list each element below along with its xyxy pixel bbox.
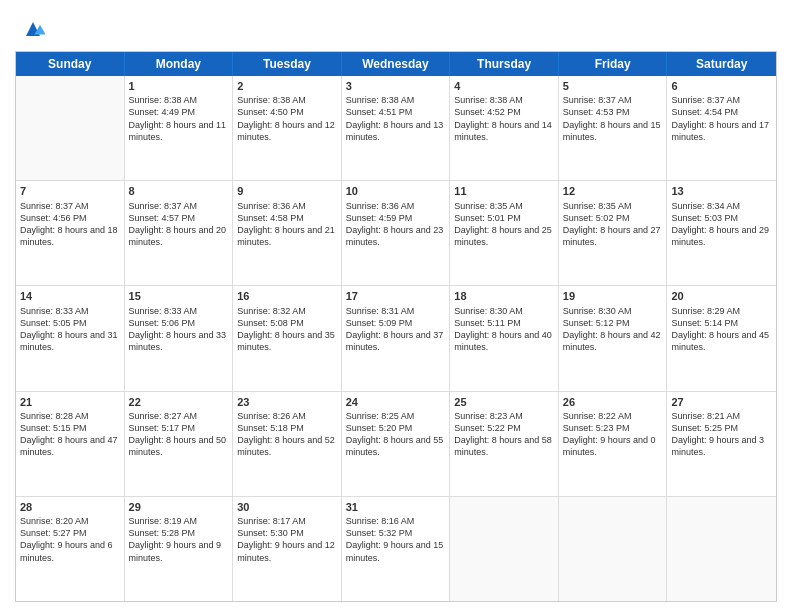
calendar-cell: 28 Sunrise: 8:20 AM Sunset: 5:27 PM Dayl…: [16, 497, 125, 601]
calendar-week-2: 7 Sunrise: 8:37 AM Sunset: 4:56 PM Dayli…: [16, 181, 776, 286]
sun-info: Sunrise: 8:36 AM Sunset: 4:59 PM Dayligh…: [346, 200, 446, 249]
day-number: 26: [563, 395, 663, 409]
calendar-cell: 7 Sunrise: 8:37 AM Sunset: 4:56 PM Dayli…: [16, 181, 125, 285]
day-number: 6: [671, 79, 772, 93]
calendar: Sunday Monday Tuesday Wednesday Thursday…: [15, 51, 777, 602]
calendar-body: 1 Sunrise: 8:38 AM Sunset: 4:49 PM Dayli…: [16, 76, 776, 601]
day-number: 28: [20, 500, 120, 514]
calendar-cell: 1 Sunrise: 8:38 AM Sunset: 4:49 PM Dayli…: [125, 76, 234, 180]
sun-info: Sunrise: 8:22 AM Sunset: 5:23 PM Dayligh…: [563, 410, 663, 459]
day-number: 17: [346, 289, 446, 303]
calendar-week-1: 1 Sunrise: 8:38 AM Sunset: 4:49 PM Dayli…: [16, 76, 776, 181]
calendar-cell: 26 Sunrise: 8:22 AM Sunset: 5:23 PM Dayl…: [559, 392, 668, 496]
page: Sunday Monday Tuesday Wednesday Thursday…: [0, 0, 792, 612]
calendar-cell: [16, 76, 125, 180]
calendar-cell: [450, 497, 559, 601]
day-number: 22: [129, 395, 229, 409]
sun-info: Sunrise: 8:30 AM Sunset: 5:12 PM Dayligh…: [563, 305, 663, 354]
sun-info: Sunrise: 8:28 AM Sunset: 5:15 PM Dayligh…: [20, 410, 120, 459]
sun-info: Sunrise: 8:38 AM Sunset: 4:52 PM Dayligh…: [454, 94, 554, 143]
day-number: 9: [237, 184, 337, 198]
sun-info: Sunrise: 8:37 AM Sunset: 4:56 PM Dayligh…: [20, 200, 120, 249]
sun-info: Sunrise: 8:36 AM Sunset: 4:58 PM Dayligh…: [237, 200, 337, 249]
col-friday: Friday: [559, 52, 668, 76]
day-number: 15: [129, 289, 229, 303]
day-number: 12: [563, 184, 663, 198]
calendar-cell: [667, 497, 776, 601]
calendar-cell: 17 Sunrise: 8:31 AM Sunset: 5:09 PM Dayl…: [342, 286, 451, 390]
day-number: 1: [129, 79, 229, 93]
calendar-cell: 10 Sunrise: 8:36 AM Sunset: 4:59 PM Dayl…: [342, 181, 451, 285]
day-number: 31: [346, 500, 446, 514]
col-thursday: Thursday: [450, 52, 559, 76]
day-number: 23: [237, 395, 337, 409]
calendar-cell: 29 Sunrise: 8:19 AM Sunset: 5:28 PM Dayl…: [125, 497, 234, 601]
logo: [15, 15, 47, 43]
sun-info: Sunrise: 8:26 AM Sunset: 5:18 PM Dayligh…: [237, 410, 337, 459]
calendar-week-4: 21 Sunrise: 8:28 AM Sunset: 5:15 PM Dayl…: [16, 392, 776, 497]
calendar-cell: 9 Sunrise: 8:36 AM Sunset: 4:58 PM Dayli…: [233, 181, 342, 285]
sun-info: Sunrise: 8:29 AM Sunset: 5:14 PM Dayligh…: [671, 305, 772, 354]
calendar-cell: 15 Sunrise: 8:33 AM Sunset: 5:06 PM Dayl…: [125, 286, 234, 390]
calendar-cell: 8 Sunrise: 8:37 AM Sunset: 4:57 PM Dayli…: [125, 181, 234, 285]
calendar-week-3: 14 Sunrise: 8:33 AM Sunset: 5:05 PM Dayl…: [16, 286, 776, 391]
calendar-cell: 18 Sunrise: 8:30 AM Sunset: 5:11 PM Dayl…: [450, 286, 559, 390]
day-number: 20: [671, 289, 772, 303]
sun-info: Sunrise: 8:35 AM Sunset: 5:02 PM Dayligh…: [563, 200, 663, 249]
calendar-cell: 6 Sunrise: 8:37 AM Sunset: 4:54 PM Dayli…: [667, 76, 776, 180]
calendar-cell: 19 Sunrise: 8:30 AM Sunset: 5:12 PM Dayl…: [559, 286, 668, 390]
calendar-cell: 2 Sunrise: 8:38 AM Sunset: 4:50 PM Dayli…: [233, 76, 342, 180]
day-number: 4: [454, 79, 554, 93]
calendar-cell: 25 Sunrise: 8:23 AM Sunset: 5:22 PM Dayl…: [450, 392, 559, 496]
header: [15, 10, 777, 43]
sun-info: Sunrise: 8:23 AM Sunset: 5:22 PM Dayligh…: [454, 410, 554, 459]
calendar-cell: 22 Sunrise: 8:27 AM Sunset: 5:17 PM Dayl…: [125, 392, 234, 496]
sun-info: Sunrise: 8:34 AM Sunset: 5:03 PM Dayligh…: [671, 200, 772, 249]
sun-info: Sunrise: 8:16 AM Sunset: 5:32 PM Dayligh…: [346, 515, 446, 564]
calendar-cell: 3 Sunrise: 8:38 AM Sunset: 4:51 PM Dayli…: [342, 76, 451, 180]
calendar-cell: 4 Sunrise: 8:38 AM Sunset: 4:52 PM Dayli…: [450, 76, 559, 180]
sun-info: Sunrise: 8:38 AM Sunset: 4:49 PM Dayligh…: [129, 94, 229, 143]
calendar-cell: 31 Sunrise: 8:16 AM Sunset: 5:32 PM Dayl…: [342, 497, 451, 601]
day-number: 11: [454, 184, 554, 198]
calendar-cell: 5 Sunrise: 8:37 AM Sunset: 4:53 PM Dayli…: [559, 76, 668, 180]
calendar-cell: 21 Sunrise: 8:28 AM Sunset: 5:15 PM Dayl…: [16, 392, 125, 496]
sun-info: Sunrise: 8:37 AM Sunset: 4:53 PM Dayligh…: [563, 94, 663, 143]
sun-info: Sunrise: 8:19 AM Sunset: 5:28 PM Dayligh…: [129, 515, 229, 564]
day-number: 30: [237, 500, 337, 514]
sun-info: Sunrise: 8:32 AM Sunset: 5:08 PM Dayligh…: [237, 305, 337, 354]
sun-info: Sunrise: 8:33 AM Sunset: 5:06 PM Dayligh…: [129, 305, 229, 354]
sun-info: Sunrise: 8:38 AM Sunset: 4:50 PM Dayligh…: [237, 94, 337, 143]
sun-info: Sunrise: 8:31 AM Sunset: 5:09 PM Dayligh…: [346, 305, 446, 354]
sun-info: Sunrise: 8:25 AM Sunset: 5:20 PM Dayligh…: [346, 410, 446, 459]
calendar-cell: 27 Sunrise: 8:21 AM Sunset: 5:25 PM Dayl…: [667, 392, 776, 496]
col-wednesday: Wednesday: [342, 52, 451, 76]
day-number: 3: [346, 79, 446, 93]
sun-info: Sunrise: 8:38 AM Sunset: 4:51 PM Dayligh…: [346, 94, 446, 143]
sun-info: Sunrise: 8:37 AM Sunset: 4:57 PM Dayligh…: [129, 200, 229, 249]
calendar-cell: 16 Sunrise: 8:32 AM Sunset: 5:08 PM Dayl…: [233, 286, 342, 390]
logo-icon: [19, 15, 47, 43]
day-number: 21: [20, 395, 120, 409]
sun-info: Sunrise: 8:35 AM Sunset: 5:01 PM Dayligh…: [454, 200, 554, 249]
day-number: 29: [129, 500, 229, 514]
day-number: 27: [671, 395, 772, 409]
day-number: 2: [237, 79, 337, 93]
sun-info: Sunrise: 8:30 AM Sunset: 5:11 PM Dayligh…: [454, 305, 554, 354]
sun-info: Sunrise: 8:20 AM Sunset: 5:27 PM Dayligh…: [20, 515, 120, 564]
col-sunday: Sunday: [16, 52, 125, 76]
sun-info: Sunrise: 8:27 AM Sunset: 5:17 PM Dayligh…: [129, 410, 229, 459]
day-number: 5: [563, 79, 663, 93]
calendar-cell: 30 Sunrise: 8:17 AM Sunset: 5:30 PM Dayl…: [233, 497, 342, 601]
day-number: 19: [563, 289, 663, 303]
sun-info: Sunrise: 8:33 AM Sunset: 5:05 PM Dayligh…: [20, 305, 120, 354]
day-number: 25: [454, 395, 554, 409]
sun-info: Sunrise: 8:17 AM Sunset: 5:30 PM Dayligh…: [237, 515, 337, 564]
calendar-cell: 20 Sunrise: 8:29 AM Sunset: 5:14 PM Dayl…: [667, 286, 776, 390]
day-number: 14: [20, 289, 120, 303]
calendar-cell: 11 Sunrise: 8:35 AM Sunset: 5:01 PM Dayl…: [450, 181, 559, 285]
sun-info: Sunrise: 8:37 AM Sunset: 4:54 PM Dayligh…: [671, 94, 772, 143]
calendar-cell: 24 Sunrise: 8:25 AM Sunset: 5:20 PM Dayl…: [342, 392, 451, 496]
calendar-cell: 14 Sunrise: 8:33 AM Sunset: 5:05 PM Dayl…: [16, 286, 125, 390]
calendar-header: Sunday Monday Tuesday Wednesday Thursday…: [16, 52, 776, 76]
